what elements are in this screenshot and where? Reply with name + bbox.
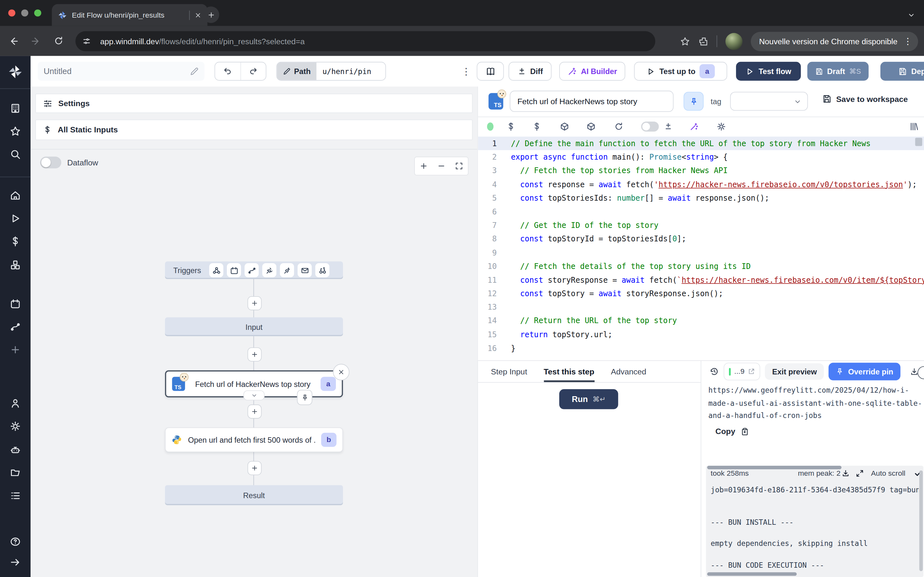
extensions-icon[interactable] [698, 36, 708, 46]
kafka-icon[interactable] [280, 263, 294, 277]
code-line[interactable]: 12 const topStory = await storyResponse.… [478, 287, 924, 301]
code-line[interactable]: 11 const storyResponse = await fetch(`ht… [478, 273, 924, 287]
code-line[interactable]: 3 // Fetch the top stories from Hacker N… [478, 164, 924, 177]
sidebar-item-account[interactable] [10, 398, 21, 409]
external-link-icon[interactable] [748, 368, 755, 375]
reload-button[interactable] [49, 32, 67, 50]
code-line[interactable]: 9 [478, 246, 924, 259]
edit-pencil-icon[interactable] [190, 67, 199, 76]
logs-hscrollbar[interactable] [707, 466, 842, 469]
code-line[interactable]: 1// Define the main function to fetch th… [478, 137, 924, 150]
code-line[interactable]: 15 return topStory.url; [478, 327, 924, 342]
exit-preview-button[interactable]: Exit preview [765, 363, 824, 380]
websocket-icon[interactable] [262, 263, 276, 277]
site-settings-icon[interactable] [79, 34, 94, 49]
sidebar-item-resources[interactable] [10, 259, 21, 271]
expand-logs-icon[interactable] [856, 469, 864, 478]
sidebar-item-audit-logs[interactable] [10, 490, 21, 501]
tab-list-caret-button[interactable] [903, 6, 919, 23]
schedule-icon[interactable] [227, 263, 241, 277]
flow-canvas[interactable]: Dataflow Triggers [31, 149, 477, 577]
tab-test-this-step[interactable]: Test this step [544, 361, 594, 382]
ai-builder-button[interactable]: AI Builder [559, 62, 625, 81]
path-chip[interactable]: Path u/henri/pin [276, 62, 386, 81]
code-line[interactable]: 14 // Return the URL of the top story [478, 314, 924, 328]
add-step-button[interactable] [247, 405, 262, 419]
undo-button[interactable] [215, 63, 240, 80]
logs-panel[interactable]: took 258ms mem peak: 2 Auto scroll [706, 466, 923, 577]
auto-scroll-label[interactable]: Auto scroll [871, 469, 905, 478]
bookmark-star-icon[interactable] [680, 36, 690, 46]
logs-hscrollbar-bottom[interactable] [707, 572, 796, 576]
job-version-badge[interactable]: ...9 [724, 363, 761, 380]
fit-view-icon[interactable] [455, 162, 463, 170]
save-draft-button[interactable]: Draft ⌘S [807, 62, 869, 81]
sidebar-item-workers[interactable] [10, 444, 21, 456]
forward-button[interactable] [27, 32, 45, 50]
collapse-step-icon[interactable] [244, 390, 265, 400]
dataflow-toggle[interactable] [40, 157, 61, 169]
add-step-button[interactable] [247, 296, 262, 310]
result-node[interactable]: Result [165, 485, 343, 505]
minimap-slider[interactable] [915, 138, 922, 146]
window-minimize-button[interactable] [21, 9, 28, 16]
zoom-in-icon[interactable] [420, 162, 428, 170]
tab-close-icon[interactable] [194, 11, 202, 19]
add-step-button[interactable] [247, 461, 262, 475]
test-flow-button[interactable]: Test flow [736, 62, 801, 81]
sidebar-item-search[interactable] [10, 149, 21, 160]
remove-step-icon[interactable] [333, 364, 349, 380]
pinned-result-icon[interactable] [297, 390, 312, 405]
flow-name-field[interactable]: Untitled [38, 62, 205, 81]
redo-button[interactable] [240, 63, 266, 80]
copy-button[interactable]: Copy [716, 427, 749, 436]
scraper-icon[interactable] [315, 263, 330, 277]
sidebar-item-create[interactable] [10, 344, 21, 355]
history-icon[interactable] [709, 367, 719, 376]
step-node-a[interactable]: TS Fetch url of HackerNews top story a [165, 370, 343, 397]
code-line[interactable]: 4 const response = await fetch('https://… [478, 177, 924, 191]
diff-mode-toggle[interactable] [641, 121, 659, 131]
code-line[interactable]: 13 [478, 300, 924, 314]
sidebar-item-settings[interactable] [10, 421, 21, 432]
sidebar-item-home[interactable] [10, 190, 21, 201]
package-icon[interactable] [560, 122, 569, 131]
sidebar-item-routes[interactable] [10, 321, 21, 332]
back-button[interactable] [5, 32, 23, 50]
step-node-b[interactable]: Open url and fetch first 500 words of ..… [165, 427, 343, 452]
ai-wand-icon[interactable] [690, 122, 699, 131]
sidebar-item-help[interactable] [10, 536, 21, 547]
new-tab-button[interactable] [203, 6, 219, 23]
code-line[interactable]: 2export async function main(): Promise<s… [478, 150, 924, 164]
chrome-menu-icon[interactable]: ⋮ [901, 36, 914, 47]
static-inputs-icon[interactable] [506, 122, 515, 131]
reload-icon[interactable] [614, 122, 624, 131]
chrome-update-button[interactable]: Nouvelle version de Chrome disponible ⋮ [751, 31, 918, 51]
docs-button[interactable] [477, 62, 504, 81]
input-node[interactable]: Input [165, 318, 343, 336]
window-close-button[interactable] [8, 9, 15, 16]
editor-settings-gear-icon[interactable] [716, 122, 726, 131]
windmill-logo-icon[interactable] [8, 64, 23, 79]
flow-settings-button[interactable]: Settings [35, 93, 473, 113]
email-icon[interactable] [298, 263, 312, 277]
tag-select[interactable] [730, 92, 808, 111]
code-line[interactable]: 5 const topStoriesIds: number[] = await … [478, 191, 924, 205]
triggers-node[interactable]: Triggers [165, 261, 343, 279]
code-editor[interactable]: 1// Define the main function to fetch th… [478, 137, 924, 360]
window-zoom-button[interactable] [34, 9, 41, 16]
profile-avatar[interactable] [725, 33, 742, 50]
library-icon[interactable] [909, 122, 919, 131]
sidebar-item-folders[interactable] [10, 467, 21, 478]
run-button[interactable]: Run ⌘↵ [559, 389, 618, 409]
tab-advanced[interactable]: Advanced [611, 361, 646, 382]
code-line[interactable]: 7 // Get the ID of the top story [478, 219, 924, 232]
logs-vscrollbar[interactable] [919, 471, 923, 571]
zoom-out-icon[interactable] [437, 162, 446, 170]
pin-toggle-button[interactable] [684, 92, 704, 111]
diff-button[interactable]: Diff [509, 62, 551, 81]
code-line[interactable]: 8 const topStoryId = topStoriesIds[0]; [478, 232, 924, 246]
code-line[interactable]: 16} [478, 342, 924, 355]
override-pin-button[interactable]: Override pin [829, 363, 900, 380]
download-logs-icon[interactable] [842, 469, 850, 478]
